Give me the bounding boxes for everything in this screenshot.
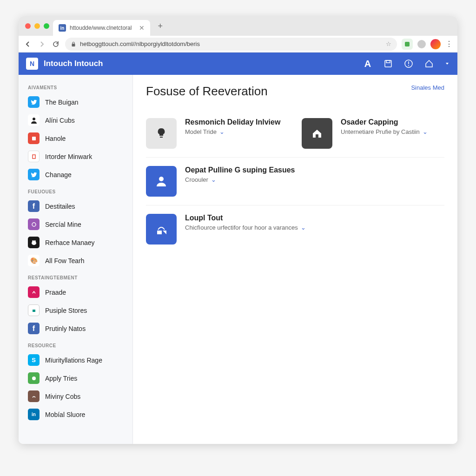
app-body: AIVAMENTS The Buigan Alíni Cubs Hanole I…: [19, 75, 457, 444]
card-row: Loupl Tout Chicfìource urfectifor four h…: [146, 205, 444, 253]
user-icon: [146, 166, 177, 197]
browser-menu-button[interactable]: ⋮: [445, 40, 453, 48]
traffic-lights: [22, 23, 49, 29]
svg-rect-0: [72, 44, 75, 46]
app-icon: [28, 237, 40, 248]
browser-tab[interactable]: in httoudde/www.clnetctoral ✕: [53, 20, 150, 36]
card-title: Osader Capping: [341, 118, 428, 126]
svg-rect-3: [386, 60, 390, 63]
app-icon: [28, 132, 40, 144]
facebook-icon: f: [28, 200, 40, 212]
app-icon: [28, 372, 40, 384]
minimize-window-button[interactable]: [34, 23, 40, 29]
extension-icon[interactable]: [402, 39, 413, 50]
card-subtitle: Chicfìource urfectifor four hoor a varan…: [185, 224, 306, 231]
svg-rect-2: [385, 60, 391, 67]
sidebar-section-title: AIVAMENTS: [19, 79, 132, 93]
presentation-icon: [146, 214, 177, 245]
sidebar-item-label: Prutinly Natos: [45, 325, 86, 332]
browser-toolbar: hetboggttouch.coml//nlbporgiyldltotdom/b…: [19, 36, 457, 53]
sidebar-item-label: All Fow Tearh: [45, 257, 85, 264]
app-icon: [28, 151, 40, 162]
sidebar-item-chanage[interactable]: Chanage: [19, 165, 132, 184]
card-osader[interactable]: Osader Capping Unternetiare Prufie by Ca…: [302, 118, 444, 149]
text-icon[interactable]: A: [363, 59, 373, 69]
sidebar-section-title: FUEUOUES: [19, 184, 132, 197]
alert-icon[interactable]: [403, 59, 414, 69]
sidebar-item-rerhace-manaey[interactable]: Rerhace Manaey: [19, 233, 132, 251]
svg-rect-17: [316, 134, 318, 138]
lock-icon: [71, 41, 76, 47]
facebook-icon: f: [28, 323, 40, 334]
sidebar-item-destitailes[interactable]: f Destitailes: [19, 197, 132, 215]
person-icon: [28, 114, 40, 126]
tab-title: httoudde/www.clnetctoral: [70, 25, 132, 31]
star-icon[interactable]: ☆: [386, 40, 391, 47]
dropdown-icon[interactable]: [444, 59, 450, 69]
sidebar-item-pusiple-stores[interactable]: Pusiple Stores: [19, 301, 132, 319]
sidebar-item-sercial-mine[interactable]: Sercíal Mine: [19, 215, 132, 233]
home-icon[interactable]: [424, 59, 434, 69]
linkedin-icon: in: [28, 409, 40, 420]
sidebar-item-apply-tries[interactable]: Apply Tries: [19, 369, 132, 387]
sidebar-item-hanole[interactable]: Hanole: [19, 129, 132, 147]
twitter-icon: [28, 169, 40, 180]
titlebar: in httoudde/www.clnetctoral ✕ +: [19, 16, 457, 36]
close-window-button[interactable]: [25, 23, 31, 29]
close-tab-button[interactable]: ✕: [139, 24, 145, 32]
chevron-down-icon[interactable]: ⌄: [211, 176, 216, 183]
sidebar-item-all-fow-tearh[interactable]: 🎨 All Fow Tearh: [19, 251, 132, 270]
profile-avatar[interactable]: [430, 39, 441, 49]
chevron-down-icon[interactable]: ⌄: [301, 224, 306, 231]
sidebar-item-praade[interactable]: Praade: [19, 283, 132, 301]
svg-point-7: [33, 118, 35, 120]
browser-window: in httoudde/www.clnetctoral ✕ + hetboggt…: [19, 16, 457, 444]
sidebar-item-miviny-cobs[interactable]: Miviny Cobs: [19, 387, 132, 405]
sidebar-item-label: Miviny Cobs: [45, 393, 80, 400]
svg-rect-9: [33, 155, 35, 159]
sidebar-item-label: Chanage: [45, 171, 72, 178]
svg-rect-1: [405, 42, 410, 46]
palette-icon: 🎨: [28, 255, 40, 266]
sidebar-item-miurityllations-rage[interactable]: S Mïurityllations Rage: [19, 351, 132, 369]
svg-rect-14: [33, 310, 35, 312]
back-button[interactable]: [23, 40, 33, 49]
chevron-down-icon[interactable]: ⌄: [219, 128, 225, 135]
app-icon: [28, 218, 40, 230]
save-icon[interactable]: [383, 59, 393, 69]
address-bar[interactable]: hetboggttouch.coml//nlbporgiyldltotdom/b…: [65, 38, 397, 51]
sidebar-item-mobial-sluore[interactable]: in Mobíal Sluore: [19, 405, 132, 423]
sidebar-item-the-buigan[interactable]: The Buigan: [19, 93, 132, 111]
svg-point-15: [32, 377, 36, 380]
app-header: N Intouch Intouch A: [19, 53, 457, 75]
sidebar-item-label: The Buigan: [45, 99, 79, 106]
card-resmonich[interactable]: Resmonich Deliday Inlview Model Tride ⌄: [146, 118, 289, 149]
svg-rect-16: [160, 137, 163, 138]
lightbulb-icon: [146, 118, 177, 149]
header-link[interactable]: Sinales Med: [411, 84, 444, 91]
maximize-window-button[interactable]: [44, 23, 49, 29]
card-loupl[interactable]: Loupl Tout Chicfìource urfectifor four h…: [146, 214, 444, 245]
url-text: hetboggttouch.coml//nlbporgiyldltotdom/b…: [80, 40, 200, 47]
sidebar-item-label: Sercíal Mine: [45, 221, 81, 228]
reload-button[interactable]: [51, 40, 60, 49]
card-oepat[interactable]: Oepat Pulline G suping Easues Croouler ⌄: [146, 166, 444, 197]
sidebar-item-label: Mïurityllations Rage: [45, 357, 102, 364]
chevron-down-icon[interactable]: ⌄: [423, 128, 428, 135]
app-logo[interactable]: N: [26, 58, 38, 70]
sidebar-item-prutinly-natos[interactable]: f Prutinly Natos: [19, 319, 132, 337]
svg-point-12: [32, 240, 34, 242]
main-content: Fosuse of Reeveration Sinales Med Resmon…: [133, 75, 457, 444]
sidebar-item-label: Irtorder Minwark: [45, 153, 92, 160]
new-tab-button[interactable]: +: [154, 21, 166, 31]
card-subtitle: Unternetiare Prufie by Castiin ⌄: [341, 128, 428, 135]
sidebar-item-irtorder-minwark[interactable]: Irtorder Minwark: [19, 147, 132, 165]
forward-button[interactable]: [37, 40, 46, 49]
sidebar-item-label: Alíni Cubs: [45, 117, 75, 124]
card-row: Oepat Pulline G suping Easues Croouler ⌄: [146, 158, 444, 205]
sidebar-item-label: Praade: [45, 289, 66, 296]
sidebar-item-label: Pusiple Stores: [45, 307, 87, 314]
sidebar-item-alini-cubs[interactable]: Alíni Cubs: [19, 111, 132, 129]
card-subtitle: Croouler ⌄: [185, 176, 295, 183]
extension-icon-2[interactable]: [417, 40, 426, 48]
